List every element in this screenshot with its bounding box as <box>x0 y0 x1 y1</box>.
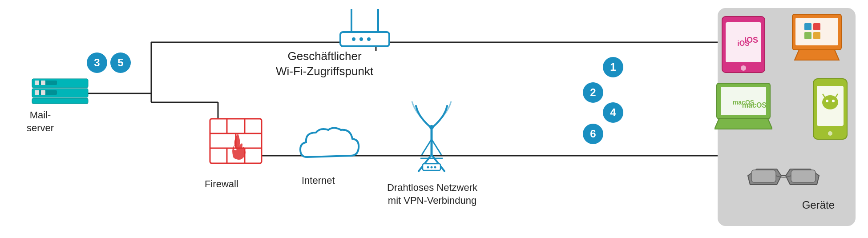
badge-2: 2 <box>583 82 603 103</box>
badge-5: 5 <box>110 52 131 73</box>
internet-label: Internet <box>302 174 335 187</box>
wifi-access-point-label: GeschäftlicherWi-Fi-Zugriffspunkt <box>276 49 373 79</box>
svg-rect-50 <box>804 32 811 39</box>
wireless-tower-icon <box>396 101 467 174</box>
svg-point-62 <box>828 131 832 136</box>
wifi-router-icon <box>338 4 392 49</box>
badge-4: 4 <box>603 102 623 123</box>
svg-point-58 <box>826 100 828 102</box>
svg-rect-21 <box>41 90 45 95</box>
firewall-icon <box>209 118 262 176</box>
smart-glasses-icon <box>743 160 824 193</box>
mail-server-label: Mail-server <box>27 109 54 134</box>
svg-rect-47 <box>795 18 838 45</box>
badge-3: 3 <box>87 52 107 73</box>
svg-point-45 <box>741 65 746 71</box>
svg-rect-64 <box>791 170 816 182</box>
macos-label: macOS <box>742 101 767 109</box>
mail-server-icon <box>31 78 89 105</box>
network-diagram: GeschäftlicherWi-Fi-Zugriffspunkt Mail-s… <box>0 0 868 238</box>
svg-point-39 <box>431 166 433 169</box>
ios-device-icon: iOS <box>721 16 766 75</box>
svg-line-35 <box>432 139 441 155</box>
wireless-vpn-label: Drahtloses Netzwerkmit VPN-Verbindung <box>387 182 477 207</box>
badge-1: 1 <box>603 57 623 77</box>
svg-point-40 <box>434 166 436 169</box>
svg-point-59 <box>832 100 835 102</box>
firewall-label: Firewall <box>205 178 238 191</box>
svg-rect-10 <box>340 32 389 46</box>
svg-rect-22 <box>32 98 88 104</box>
svg-line-34 <box>422 139 432 155</box>
svg-rect-20 <box>35 90 39 95</box>
svg-rect-63 <box>751 170 776 182</box>
svg-point-12 <box>359 37 363 41</box>
android-device-icon <box>812 78 848 142</box>
svg-rect-49 <box>813 23 820 30</box>
svg-point-41 <box>429 125 434 129</box>
windows-device-icon <box>790 13 844 64</box>
internet-icon <box>298 124 360 170</box>
svg-rect-17 <box>41 81 45 85</box>
svg-rect-16 <box>35 81 39 85</box>
devices-label: Geräte <box>802 198 835 212</box>
ios-label: iOS <box>744 36 758 45</box>
svg-rect-51 <box>813 32 820 39</box>
svg-point-38 <box>427 166 429 169</box>
svg-point-11 <box>352 37 355 41</box>
badge-6: 6 <box>583 124 603 144</box>
svg-point-13 <box>367 37 371 41</box>
svg-rect-48 <box>804 23 811 30</box>
